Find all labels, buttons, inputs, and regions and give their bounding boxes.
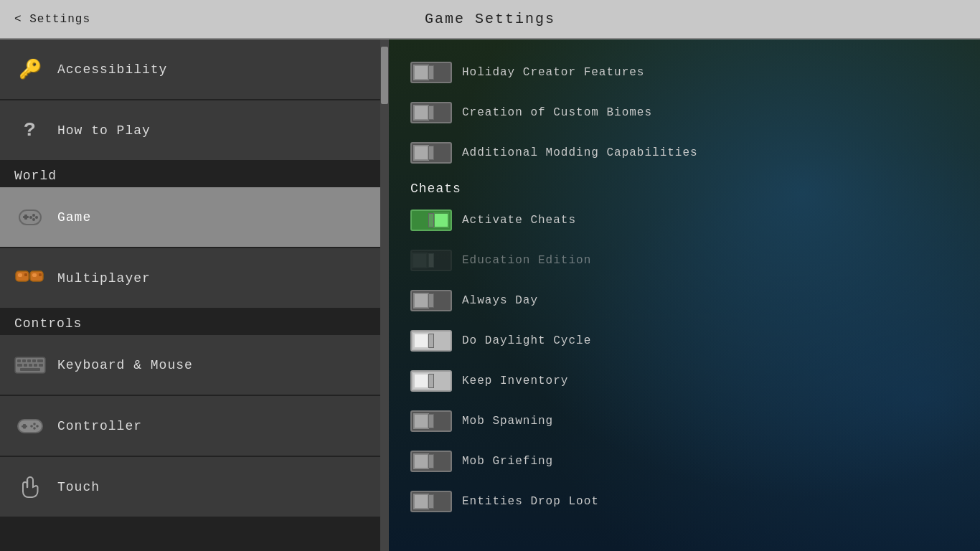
key-icon: 🔑	[14, 54, 46, 85]
svg-point-29	[36, 425, 39, 428]
sidebar-item-label: Multiplayer	[57, 271, 151, 286]
touch-icon	[14, 471, 46, 503]
sidebar-item-label: Game	[57, 210, 91, 225]
content-row-always-day: Always Day	[410, 282, 958, 319]
svg-point-6	[29, 216, 32, 219]
content-area: Holiday Creator Features Creation of Cus…	[389, 39, 980, 551]
svg-rect-12	[39, 273, 42, 276]
toggle-knob	[413, 453, 429, 469]
content-row-activate-cheats: Activate Cheats	[410, 202, 958, 239]
multiplayer-icon	[14, 263, 46, 294]
svg-rect-2	[24, 215, 27, 220]
toggle-modding[interactable]	[410, 142, 452, 164]
content-row-custom-biomes: Creation of Custom Biomes	[410, 94, 958, 131]
toggle-mob-griefing[interactable]	[410, 451, 452, 472]
toggle-knob	[413, 293, 429, 309]
toggle-bar	[428, 454, 434, 468]
svg-rect-22	[34, 364, 37, 367]
controller-icon	[14, 410, 46, 442]
keyboard-icon	[14, 349, 46, 381]
sidebar-item-label: Keyboard & Mouse	[57, 358, 193, 372]
controls-section-label: Controls	[0, 309, 380, 335]
toggle-bar	[428, 213, 434, 227]
sidebar-item-game[interactable]: Game	[0, 187, 380, 248]
svg-point-5	[32, 218, 35, 221]
sidebar-item-touch[interactable]: Touch	[0, 457, 380, 518]
label-daylight-cycle: Do Daylight Cycle	[462, 334, 591, 347]
toggle-holiday-creator[interactable]	[410, 62, 452, 83]
label-activate-cheats: Activate Cheats	[462, 214, 576, 227]
toggle-bar	[428, 65, 434, 80]
toggle-bar	[428, 146, 434, 160]
world-section-label: World	[0, 161, 380, 187]
svg-point-28	[33, 423, 36, 425]
header: < Settings Game Settings	[0, 0, 980, 39]
back-button[interactable]: < Settings	[14, 13, 90, 26]
label-custom-biomes: Creation of Custom Biomes	[462, 106, 652, 119]
toggle-education-edition[interactable]	[410, 250, 452, 271]
toggle-mob-spawning[interactable]	[410, 410, 452, 432]
toggle-bar	[428, 105, 434, 120]
svg-rect-24	[20, 368, 40, 371]
gamepad-icon	[14, 202, 46, 233]
label-mob-spawning: Mob Spawning	[462, 415, 553, 428]
svg-rect-18	[37, 359, 43, 362]
svg-rect-21	[29, 364, 32, 367]
svg-rect-15	[22, 359, 26, 362]
content-row-education-edition: Education Edition	[410, 242, 958, 279]
toggle-bar	[428, 293, 434, 308]
toggle-knob	[413, 494, 429, 509]
svg-rect-23	[39, 364, 43, 367]
toggle-bar	[428, 494, 434, 509]
main-layout: 🔑 Accessibility ? How to Play World	[0, 39, 980, 551]
label-mob-griefing: Mob Griefing	[462, 455, 553, 468]
sidebar-item-label: Accessibility	[57, 62, 167, 77]
toggle-bar	[428, 253, 434, 268]
content-row-holiday: Holiday Creator Features	[410, 54, 958, 91]
label-modding: Additional Modding Capabilities	[462, 146, 698, 159]
content-row-entities-drop-loot: Entities Drop Loot	[410, 483, 958, 520]
content-row-keep-inventory: Keep Inventory	[410, 362, 958, 400]
toggle-knob	[413, 413, 429, 429]
svg-rect-8	[18, 273, 22, 277]
question-icon: ?	[14, 115, 46, 146]
scroll-thumb[interactable]	[381, 47, 388, 104]
sidebar-item-multiplayer[interactable]: Multiplayer	[0, 248, 380, 309]
svg-rect-17	[32, 359, 36, 362]
sidebar-item-label: Controller	[57, 419, 142, 433]
toggle-entities-drop-loot[interactable]	[410, 491, 452, 512]
toggle-daylight-cycle[interactable]	[410, 330, 452, 352]
svg-rect-20	[24, 364, 27, 367]
sidebar-item-how-to-play[interactable]: ? How to Play	[0, 100, 380, 161]
content-row-modding: Additional Modding Capabilities	[410, 134, 958, 171]
toggle-activate-cheats[interactable]	[410, 209, 452, 231]
toggle-knob	[413, 373, 429, 389]
label-entities-drop-loot: Entities Drop Loot	[462, 495, 599, 508]
sidebar-item-accessibility[interactable]: 🔑 Accessibility	[0, 39, 380, 100]
toggle-bar	[428, 374, 434, 388]
label-holiday-creator: Holiday Creator Features	[462, 66, 644, 79]
toggle-always-day[interactable]	[410, 290, 452, 311]
header-title: Game Settings	[425, 11, 555, 27]
svg-point-4	[35, 216, 38, 219]
svg-point-31	[30, 425, 33, 428]
sidebar-item-keyboard-mouse[interactable]: Keyboard & Mouse	[0, 335, 380, 396]
toggle-knob	[413, 105, 429, 121]
content-row-daylight-cycle: Do Daylight Cycle	[410, 322, 958, 359]
toggle-bar	[428, 414, 434, 428]
svg-point-30	[33, 427, 36, 430]
toggle-custom-biomes[interactable]	[410, 102, 452, 123]
svg-rect-16	[27, 359, 31, 362]
toggle-knob	[413, 145, 429, 161]
svg-rect-11	[32, 273, 37, 277]
toggle-knob	[433, 212, 449, 228]
svg-rect-19	[17, 364, 22, 367]
sidebar-scrollbar[interactable]	[380, 39, 389, 551]
content-row-mob-griefing: Mob Griefing	[410, 443, 958, 480]
sidebar-item-label: How to Play	[57, 123, 151, 138]
toggle-keep-inventory[interactable]	[410, 370, 452, 392]
svg-point-3	[32, 214, 35, 217]
sidebar-item-controller[interactable]: Controller	[0, 396, 380, 457]
toggle-knob	[412, 253, 428, 268]
label-always-day: Always Day	[462, 294, 538, 307]
